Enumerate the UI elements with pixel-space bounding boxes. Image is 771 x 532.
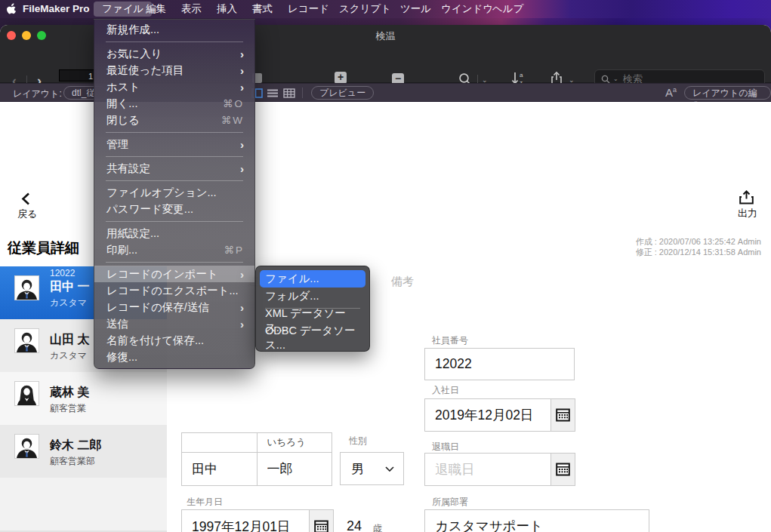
- hire-date-calendar-button[interactable]: [550, 399, 575, 431]
- submenu-chevron-icon: ›: [240, 81, 244, 94]
- menubar-item-tools[interactable]: ツール: [400, 0, 431, 18]
- employee-number-label: 社員番号: [432, 334, 468, 347]
- gender-select[interactable]: 男: [340, 452, 404, 485]
- furigana-first-input[interactable]: [258, 438, 332, 448]
- hire-date-label: 入社日: [432, 384, 459, 397]
- submenu-item-file[interactable]: ファイル...: [260, 270, 365, 288]
- retire-date-label: 退職日: [432, 441, 459, 454]
- age-unit: 歳: [372, 522, 382, 532]
- back-chevron-icon[interactable]: [21, 192, 30, 205]
- menubar-app-name[interactable]: FileMaker Pro: [23, 0, 90, 18]
- menu-item-recover[interactable]: 修復...: [94, 349, 254, 365]
- menubar-item-format[interactable]: 書式: [252, 0, 273, 18]
- menu-item-close[interactable]: 閉じる⌘W: [94, 112, 254, 128]
- new-record-icon[interactable]: +: [335, 72, 347, 84]
- menu-separator: [106, 156, 243, 157]
- menubar-item-file[interactable]: ファイル: [94, 2, 152, 17]
- first-name-input[interactable]: [258, 462, 332, 477]
- record-list-item[interactable]: 鈴木 二郎 顧客営業部: [0, 425, 167, 478]
- tab-notes[interactable]: 備考: [391, 275, 414, 289]
- furigana-row: [181, 432, 332, 453]
- retire-date-input[interactable]: [425, 462, 550, 478]
- menu-item-import-records[interactable]: レコードのインポート›: [94, 266, 254, 282]
- name-row: [181, 452, 332, 486]
- menubar-item-insert[interactable]: 挿入: [217, 0, 237, 18]
- employee-avatar: [14, 275, 39, 300]
- menu-separator: [106, 262, 243, 263]
- screen: { "menu_bar": { "app_name": "FileMaker P…: [0, 0, 771, 532]
- department-input[interactable]: [425, 518, 649, 532]
- menu-item-new[interactable]: 新規作成...: [94, 21, 254, 38]
- menu-item-manage[interactable]: 管理›: [94, 136, 254, 152]
- menu-item-send[interactable]: 送信›: [94, 315, 254, 332]
- employee-name: 鈴木 二郎: [50, 438, 101, 454]
- gender-value: 男: [341, 460, 364, 478]
- export-icon[interactable]: [739, 190, 754, 204]
- menu-item-export-records[interactable]: レコードのエクスポート...: [94, 282, 254, 299]
- hire-date-input[interactable]: [425, 407, 550, 423]
- list-view-icon[interactable]: [267, 88, 279, 98]
- age-value: 24: [347, 518, 362, 532]
- menu-separator: [106, 180, 243, 181]
- submenu-chevron-icon: ›: [240, 162, 244, 175]
- menubar-item-help[interactable]: ヘルプ: [492, 0, 523, 18]
- menu-item-page-setup[interactable]: 用紙設定...: [94, 225, 254, 241]
- menubar-item-scripts[interactable]: スクリプト: [339, 0, 391, 18]
- back-button[interactable]: 戻る: [17, 208, 37, 221]
- employee-dept: 顧客営業部: [50, 455, 95, 468]
- empty-row-stripe: [0, 478, 167, 530]
- menu-separator: [106, 132, 243, 133]
- table-view-icon[interactable]: [283, 88, 295, 98]
- last-name-input[interactable]: [182, 462, 257, 477]
- birth-date-label: 生年月日: [187, 496, 223, 509]
- menu-item-save-send-records[interactable]: レコードの保存/送信›: [94, 299, 254, 315]
- shortcut-label: ⌘W: [221, 114, 244, 126]
- submenu-chevron-icon: ›: [240, 138, 244, 151]
- search-icon: [601, 75, 610, 84]
- menu-item-file-options[interactable]: ファイルオプション...: [94, 184, 254, 201]
- menubar-item-window[interactable]: ウインドウ: [441, 0, 493, 18]
- menu-item-favorites[interactable]: お気に入り›: [94, 45, 254, 62]
- created-timestamp: 作成 : 2020/07/06 13:25:42 Admin: [535, 236, 761, 248]
- birth-date-input[interactable]: [182, 519, 309, 532]
- menu-item-open[interactable]: 開く...⌘O: [94, 95, 254, 112]
- export-button[interactable]: 出力: [732, 207, 763, 220]
- record-list-item[interactable]: 蔵林 美 顧客営業: [0, 372, 167, 425]
- furigana-last-input[interactable]: [182, 438, 257, 448]
- menu-item-sharing[interactable]: 共有設定›: [94, 160, 254, 177]
- employee-number-input[interactable]: [425, 356, 574, 372]
- edit-layout-button[interactable]: レイアウトの編集: [684, 86, 771, 100]
- submenu-item-folder[interactable]: フォルダ...: [256, 288, 369, 305]
- calendar-icon: [556, 408, 570, 422]
- current-record-number[interactable]: 1: [59, 69, 97, 81]
- menu-item-recent[interactable]: 最近使った項目›: [94, 62, 254, 78]
- retire-date-calendar-button[interactable]: [550, 454, 575, 485]
- menu-separator: [106, 42, 243, 42]
- menubar-item-view[interactable]: 表示: [181, 0, 202, 18]
- hire-date-field: [424, 398, 575, 432]
- birth-date-field: [181, 509, 334, 532]
- apple-menu-icon[interactable]: [7, 3, 17, 14]
- layout-label: レイアウト:: [13, 88, 62, 100]
- menu-item-print[interactable]: 印刷...⌘P: [94, 241, 254, 258]
- employee-avatar: [14, 434, 39, 459]
- menu-item-change-password[interactable]: パスワード変更...: [94, 201, 254, 217]
- menubar-item-records[interactable]: レコード: [288, 0, 329, 18]
- menu-item-save-as[interactable]: 名前を付けて保存...: [94, 332, 254, 349]
- gender-label: 性別: [349, 435, 367, 447]
- submenu-chevron-icon: ›: [240, 318, 244, 331]
- formatting-bar-icon[interactable]: Aa: [665, 86, 677, 99]
- submenu-item-odbc-source[interactable]: ODBC データソース...: [256, 329, 369, 346]
- menubar-item-edit[interactable]: 編集: [146, 0, 166, 18]
- birth-date-calendar-button[interactable]: [309, 510, 333, 532]
- chevron-down-icon: [385, 466, 394, 472]
- menu-item-hosts[interactable]: ホスト›: [94, 78, 254, 95]
- sidebar-heading: 従業員詳細: [8, 238, 79, 258]
- submenu-chevron-icon: ›: [240, 48, 244, 60]
- employee-dept: カスタマ: [50, 297, 87, 309]
- employee-avatar: [14, 328, 39, 353]
- calendar-icon: [314, 520, 328, 532]
- employee-id: 12022: [50, 268, 75, 278]
- preview-button[interactable]: プレビュー: [311, 86, 374, 100]
- shortcut-label: ⌘O: [223, 97, 244, 109]
